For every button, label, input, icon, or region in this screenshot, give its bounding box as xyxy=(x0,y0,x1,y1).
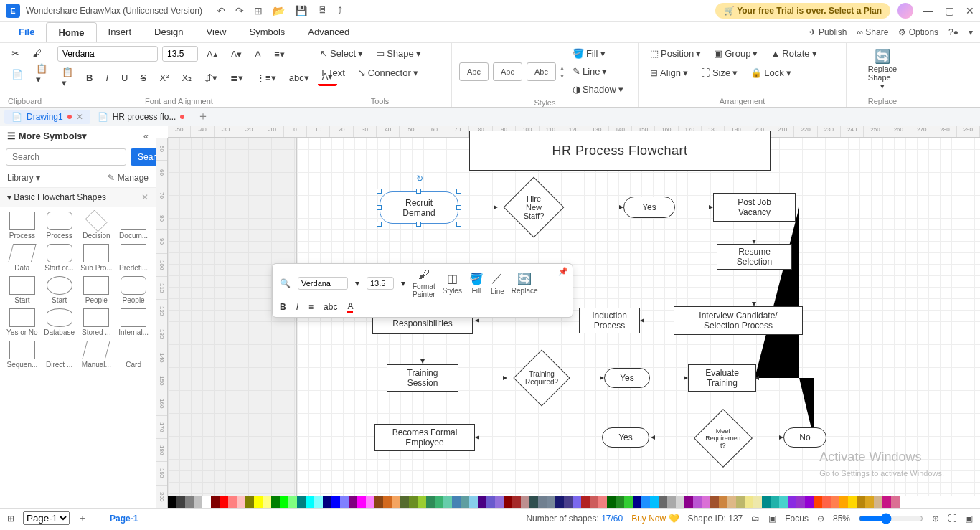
color-swatch[interactable] xyxy=(805,496,814,508)
node-interview[interactable]: Interview Candidate/ Selection Process xyxy=(674,306,803,335)
help-icon[interactable]: ?● xyxy=(948,27,958,37)
symbol-search-input[interactable] xyxy=(6,148,126,166)
fill-button-mini[interactable]: 🪣Fill xyxy=(469,272,484,295)
library-dropdown[interactable]: Library ▾ xyxy=(7,173,40,183)
font-color-icon[interactable]: A xyxy=(347,301,353,313)
selection-handle[interactable] xyxy=(416,189,421,194)
node-post-job[interactable]: Post Job Vacancy xyxy=(713,193,796,222)
canvas[interactable]: -50-40-30-20-100102030405060708090100110… xyxy=(156,126,980,508)
selection-handle[interactable] xyxy=(377,189,382,194)
zoom-in-icon[interactable]: ⊕ xyxy=(932,514,939,524)
format-painter-button[interactable]: 🖌Format Painter xyxy=(413,268,435,298)
color-swatch[interactable] xyxy=(461,496,469,508)
color-swatch[interactable] xyxy=(168,496,176,508)
font-combo[interactable] xyxy=(57,46,158,62)
color-swatch[interactable] xyxy=(693,496,702,508)
color-swatch[interactable] xyxy=(486,496,495,508)
align-button[interactable]: ⊟ Align▾ xyxy=(646,65,692,80)
selection-handle[interactable] xyxy=(456,189,461,194)
doctab-hrprocess[interactable]: 📄 HR process flo... xyxy=(90,110,192,124)
bold-icon[interactable]: B xyxy=(82,70,97,85)
open-icon[interactable]: 📂 xyxy=(273,5,285,16)
color-swatch[interactable] xyxy=(684,496,693,508)
node-yes-1[interactable]: Yes xyxy=(623,197,675,218)
shape-palette-item[interactable]: Start xyxy=(42,276,77,304)
node-no[interactable]: No xyxy=(783,427,826,448)
italic-icon[interactable]: I xyxy=(296,302,298,312)
color-swatch[interactable] xyxy=(409,496,418,508)
replace-button-mini[interactable]: 🔄Replace xyxy=(512,272,538,295)
menu-view[interactable]: View xyxy=(195,22,238,42)
node-induction[interactable]: Induction Process xyxy=(579,308,640,333)
color-swatch[interactable] xyxy=(521,496,529,508)
close-panel-icon[interactable]: ✕ xyxy=(141,192,149,202)
group-button[interactable]: ▣ Group▾ xyxy=(710,46,762,61)
color-swatch[interactable] xyxy=(590,496,598,508)
user-avatar[interactable] xyxy=(897,3,913,19)
trial-banner[interactable]: 🛒 Your free Trial is over. Select a Plan xyxy=(715,3,890,19)
publish-button[interactable]: ✈ Publish xyxy=(809,27,847,37)
clear-format-icon[interactable]: A̶ xyxy=(250,47,265,62)
color-swatch[interactable] xyxy=(796,496,805,508)
mini-size-combo[interactable] xyxy=(367,277,394,290)
color-swatch[interactable] xyxy=(349,496,357,508)
cut-icon[interactable]: ✂ xyxy=(7,46,24,61)
menu-design[interactable]: Design xyxy=(143,22,194,42)
shape-palette-item[interactable]: Process xyxy=(42,212,77,240)
shape-palette-item[interactable]: Stored ... xyxy=(79,308,115,336)
new-icon[interactable]: ⊞ xyxy=(254,5,263,16)
color-swatch[interactable] xyxy=(779,496,788,508)
strike-icon[interactable]: S̶ xyxy=(136,70,151,85)
doctab-drawing1[interactable]: 📄 Drawing1 ✕ xyxy=(4,110,90,124)
shape-palette-item[interactable]: People xyxy=(116,276,151,304)
select-tool[interactable]: ↖ Select▾ xyxy=(316,46,367,61)
text-tool[interactable]: T Text xyxy=(316,65,349,80)
color-swatch[interactable] xyxy=(719,496,727,508)
color-swatch[interactable] xyxy=(676,496,684,508)
close-tab-icon[interactable]: ✕ xyxy=(76,112,83,122)
shape-palette-item[interactable]: Predefi... xyxy=(116,244,151,272)
fit-page-icon[interactable]: ⛶ xyxy=(948,514,956,524)
color-swatch[interactable] xyxy=(271,496,280,508)
color-swatch[interactable] xyxy=(762,496,771,508)
color-swatch[interactable] xyxy=(357,496,366,508)
shape-palette-item[interactable]: Sub Pro... xyxy=(79,244,115,272)
grow-font-icon[interactable]: A▴ xyxy=(202,47,222,62)
color-swatch[interactable] xyxy=(202,496,211,508)
redo-icon[interactable]: ↷ xyxy=(235,5,244,16)
layers-icon[interactable]: 🗂 xyxy=(751,514,760,524)
node-recruit-demand[interactable]: Recruit Demand xyxy=(380,191,458,224)
color-swatch[interactable] xyxy=(848,496,857,508)
export-icon[interactable]: ⤴ xyxy=(337,5,342,16)
menu-advanced[interactable]: Advanced xyxy=(296,22,361,42)
buy-now-button[interactable]: Buy Now 💛 xyxy=(631,514,679,524)
text-effect-icon[interactable]: abc xyxy=(324,302,337,312)
rotate-handle-icon[interactable]: ↻ xyxy=(416,174,423,184)
maximize-icon[interactable]: ▢ xyxy=(945,5,954,16)
color-swatch[interactable] xyxy=(254,496,263,508)
more-symbols-button[interactable]: More Symbols xyxy=(19,131,83,141)
shape-palette-item[interactable]: Data xyxy=(4,244,40,272)
superscript-icon[interactable]: X² xyxy=(155,70,173,85)
color-swatch[interactable] xyxy=(564,496,573,508)
color-swatch[interactable] xyxy=(400,496,409,508)
node-yes-2[interactable]: Yes xyxy=(604,368,650,388)
undo-icon[interactable]: ↶ xyxy=(217,5,225,16)
shadow-button[interactable]: ◑ Shadow▾ xyxy=(568,82,628,97)
mini-font-combo[interactable] xyxy=(298,277,348,290)
color-swatch[interactable] xyxy=(366,496,374,508)
shape-palette-item[interactable]: Process xyxy=(4,212,40,240)
shape-tool[interactable]: ▭ Shape▾ xyxy=(372,46,425,61)
selection-handle[interactable] xyxy=(416,222,421,227)
color-swatch[interactable] xyxy=(228,496,237,508)
color-swatch[interactable] xyxy=(237,496,245,508)
color-swatch[interactable] xyxy=(504,496,512,508)
flowchart-title[interactable]: HR Process Flowchart xyxy=(469,131,771,171)
rotate-button[interactable]: ▲ Rotate▾ xyxy=(766,46,821,61)
color-swatch[interactable] xyxy=(831,496,839,508)
node-resume[interactable]: Resume Selection xyxy=(717,244,792,270)
color-swatch[interactable] xyxy=(194,496,202,508)
page-tab-1[interactable]: Page-1 xyxy=(110,514,138,524)
color-swatch[interactable] xyxy=(211,496,220,508)
color-swatch[interactable] xyxy=(788,496,796,508)
